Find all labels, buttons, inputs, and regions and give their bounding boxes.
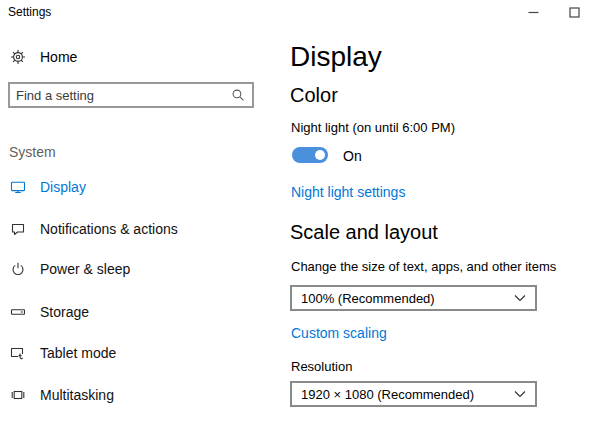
resolution-dropdown-value: 1920 × 1080 (Recommended) (292, 387, 514, 402)
toggle-knob (315, 150, 325, 160)
tablet-mode-icon (10, 345, 26, 361)
custom-scaling-link[interactable]: Custom scaling (291, 325, 387, 341)
resolution-label: Resolution (291, 359, 352, 374)
scale-section-heading: Scale and layout (290, 221, 438, 244)
gear-icon (10, 49, 26, 65)
sidebar-item-home[interactable]: Home (10, 47, 77, 67)
sidebar-item-power-sleep[interactable]: Power & sleep (10, 259, 130, 279)
notifications-icon (10, 221, 26, 237)
settings-window: Settings Home System (0, 0, 600, 422)
color-section-heading: Color (290, 84, 338, 107)
sidebar-item-storage[interactable]: Storage (10, 302, 89, 322)
maximize-button[interactable] (566, 4, 582, 20)
resolution-dropdown[interactable]: 1920 × 1080 (Recommended) (290, 381, 537, 407)
sidebar-item-display[interactable]: Display (10, 177, 86, 197)
night-light-state: On (343, 148, 362, 164)
search-icon (231, 88, 245, 102)
minimize-icon (528, 7, 539, 18)
minimize-button[interactable] (525, 4, 541, 20)
chevron-down-icon (514, 390, 526, 398)
sidebar-item-label: Notifications & actions (40, 221, 178, 237)
sidebar-item-label: Multitasking (40, 387, 114, 403)
sidebar-item-label: Tablet mode (40, 345, 116, 361)
night-light-settings-link[interactable]: Night light settings (291, 184, 405, 200)
maximize-icon (569, 7, 580, 18)
sidebar-item-label: Power & sleep (40, 261, 130, 277)
night-light-toggle[interactable] (292, 147, 328, 163)
sidebar-item-label: Storage (40, 304, 89, 320)
night-light-label: Night light (on until 6:00 PM) (291, 120, 455, 135)
search-input[interactable] (10, 88, 231, 103)
storage-icon (10, 304, 26, 320)
sidebar-item-label: Display (40, 179, 86, 195)
sidebar-item-multitasking[interactable]: Multitasking (10, 385, 114, 405)
sidebar-item-tablet-mode[interactable]: Tablet mode (10, 343, 116, 363)
page-title: Display (290, 40, 382, 74)
chevron-down-icon (514, 294, 526, 302)
sidebar-home-label: Home (40, 49, 77, 65)
scaling-dropdown[interactable]: 100% (Recommended) (290, 285, 537, 311)
power-icon (10, 261, 26, 277)
multitasking-icon (10, 387, 26, 403)
sidebar-group-label: System (9, 144, 56, 160)
sidebar-item-notifications[interactable]: Notifications & actions (10, 219, 178, 239)
scaling-dropdown-value: 100% (Recommended) (292, 291, 514, 306)
search-box[interactable] (8, 82, 254, 108)
window-title: Settings (8, 5, 51, 19)
size-label: Change the size of text, apps, and other… (291, 259, 556, 274)
display-icon (10, 179, 26, 195)
